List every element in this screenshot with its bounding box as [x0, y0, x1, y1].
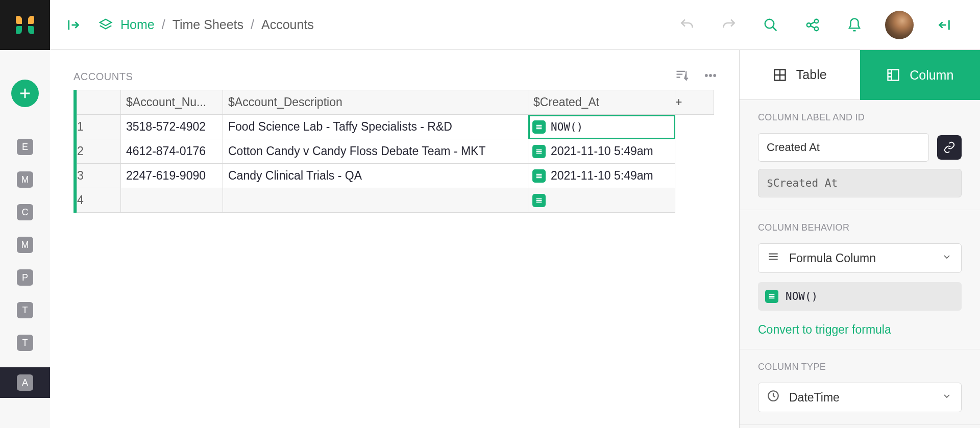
column-behavior-select[interactable]: Formula Column [758, 243, 962, 273]
breadcrumb-page[interactable]: Accounts [261, 17, 314, 32]
panel-right-toggle[interactable] [933, 14, 955, 36]
breadcrumb-sep: / [162, 17, 165, 32]
column-label-input[interactable] [758, 133, 929, 162]
dots-horizontal-icon [703, 68, 718, 83]
rail-page-active[interactable]: A [0, 367, 50, 398]
rail-page[interactable]: M [17, 171, 33, 188]
breadcrumb-doc[interactable]: Time Sheets [173, 17, 243, 32]
tab-table[interactable]: Table [740, 50, 860, 100]
sort-filter-icon [675, 68, 689, 83]
main-area: Home / Time Sheets / Accounts [50, 0, 980, 428]
share-icon [805, 17, 820, 33]
redo-button[interactable] [718, 14, 740, 36]
table-row[interactable]: 3 2247-619-9090 Candy Clinical Trials - … [77, 164, 714, 188]
table-row[interactable]: 2 4612-874-0176 Cotton Candy v Candy Flo… [77, 139, 714, 164]
rail-page[interactable]: T [17, 302, 33, 318]
formula-icon [532, 169, 546, 183]
rail-page[interactable]: P [17, 269, 33, 286]
col-header-account-description[interactable]: $Account_Description [223, 90, 528, 115]
cell-account-number[interactable]: 2247-619-9090 [121, 164, 223, 188]
cell-account-number[interactable]: 4612-874-0176 [121, 139, 223, 164]
breadcrumb-home[interactable]: Home [120, 17, 155, 32]
data-grid: $Account_Nu... $Account_Description $Cre… [74, 90, 723, 213]
formula-text: NOW() [786, 290, 818, 303]
right-panel-tabs: Table Column [740, 50, 980, 100]
cell-created-text: 2021-11-10 5:49am [551, 169, 653, 183]
svg-point-4 [705, 74, 708, 77]
topbar-actions [676, 11, 955, 39]
behavior-value: Formula Column [789, 251, 876, 265]
col-header-created-at[interactable]: $Created_At [528, 90, 675, 115]
svg-point-5 [709, 74, 712, 77]
column-icon [886, 68, 900, 82]
sort-filter-button[interactable] [675, 68, 689, 85]
convert-trigger-link[interactable]: Convert to trigger formula [758, 323, 962, 337]
table-icon [773, 68, 787, 82]
column-id-display: $Created_At [758, 169, 962, 197]
breadcrumb-sep: / [251, 17, 254, 32]
tab-column-label: Column [910, 68, 953, 83]
rail-page[interactable]: C [17, 204, 33, 220]
share-button[interactable] [801, 14, 824, 36]
data-table: $Account_Nu... $Account_Description $Cre… [77, 90, 714, 213]
cell-created-text: 2021-11-10 5:49am [551, 144, 653, 158]
svg-point-1 [807, 23, 811, 27]
search-button[interactable] [760, 14, 782, 36]
grid-title-actions [675, 68, 718, 85]
add-new-button[interactable] [11, 80, 39, 107]
app-logo[interactable] [0, 0, 50, 50]
rail-pages-list: E M C M P T T A [0, 139, 50, 398]
cell-created-at[interactable]: 2021-11-10 5:49am [528, 164, 675, 188]
svg-point-6 [714, 74, 716, 77]
formula-column-icon [767, 250, 780, 266]
cell-account-number[interactable] [121, 188, 223, 213]
column-type-select[interactable]: DateTime [758, 383, 962, 412]
notifications-button[interactable] [843, 14, 866, 36]
type-value: DateTime [789, 391, 840, 405]
section-title: COLUMN TYPE [758, 362, 962, 372]
undo-button[interactable] [676, 14, 698, 36]
left-rail: E M C M P T T A [0, 0, 50, 428]
rail-page: A [17, 374, 33, 391]
cell-account-description[interactable]: Food Science Lab - Taffy Specialists - R… [223, 115, 528, 139]
bell-icon [847, 17, 862, 33]
rail-page[interactable]: M [17, 237, 33, 253]
cell-account-description[interactable]: Cotton Candy v Candy Floss Debate Team -… [223, 139, 528, 164]
cell-created-at[interactable]: 2021-11-10 5:49am [528, 139, 675, 164]
layers-icon [98, 17, 113, 33]
formula-icon [765, 290, 778, 303]
col-header-account-number[interactable]: $Account_Nu... [121, 90, 223, 115]
cell-account-description[interactable] [223, 188, 528, 213]
col-add-button[interactable]: + [675, 90, 714, 115]
section-label-id: COLUMN LABEL AND ID $Created_At [740, 100, 980, 210]
cell-created-at[interactable] [528, 188, 675, 213]
body: ACCOUNTS $Account_Nu... [50, 50, 980, 428]
derive-id-button[interactable] [937, 135, 962, 160]
link-icon [943, 141, 955, 154]
chevron-down-icon [942, 251, 952, 265]
cell-account-number[interactable]: 3518-572-4902 [121, 115, 223, 139]
panel-left-toggle[interactable] [62, 14, 85, 36]
svg-point-3 [815, 27, 819, 31]
cell-created-at-editing[interactable]: NOW() [528, 115, 675, 139]
section-behavior: COLUMN BEHAVIOR Formula Column NOW() [740, 210, 980, 349]
row-number: 1 [77, 115, 121, 139]
table-row[interactable]: 1 3518-572-4902 Food Science Lab - Taffy… [77, 115, 714, 139]
tab-column[interactable]: Column [860, 50, 981, 100]
cell-formula-text: NOW() [551, 121, 583, 133]
cell-account-description[interactable]: Candy Clinical Trials - QA [223, 164, 528, 188]
formula-editor[interactable]: NOW() [758, 282, 962, 311]
top-bar: Home / Time Sheets / Accounts [50, 0, 980, 50]
svg-point-2 [815, 19, 819, 23]
right-panel: Table Column COLUMN LABEL AND ID [739, 50, 980, 428]
user-avatar[interactable] [885, 11, 914, 39]
rail-page[interactable]: T [17, 335, 33, 351]
grid-title: ACCOUNTS [74, 71, 133, 83]
section-type: COLUMN TYPE DateTime [740, 349, 980, 425]
rail-page[interactable]: E [17, 139, 33, 155]
plus-icon [18, 86, 32, 100]
grid-menu-button[interactable] [703, 68, 718, 85]
table-row-new[interactable]: 4 [77, 188, 714, 213]
formula-icon [532, 120, 546, 134]
chevron-down-icon [942, 391, 952, 405]
